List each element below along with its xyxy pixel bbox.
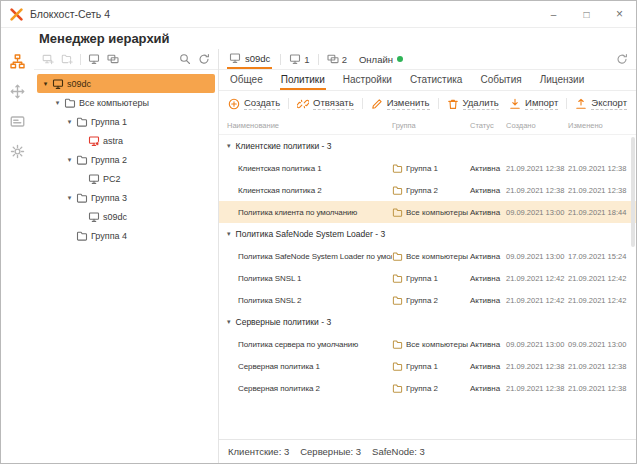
policy-modified: 21.09.2021 12:38	[568, 384, 628, 393]
policy-row[interactable]: Политика SNSL 2Группа 2Активна21.09.2021…	[219, 289, 636, 311]
policy-row[interactable]: Политика сервера по умолчаниюВсе компьют…	[219, 333, 636, 355]
policy-row[interactable]: Клиентская политика 1Группа 1Активна21.0…	[219, 157, 636, 179]
tab-licenses[interactable]: Лицензии	[539, 70, 586, 90]
policy-row[interactable]: Клиентская политика 2Группа 2Активна21.0…	[219, 179, 636, 201]
delete-button[interactable]: Удалить	[447, 97, 499, 110]
add-group-icon[interactable]	[61, 53, 73, 65]
summary-item: Клиентские: 3	[228, 446, 289, 457]
tree-node-label: Группа 1	[91, 117, 127, 127]
minimize-button[interactable]: –	[537, 1, 570, 27]
tree-node[interactable]: ▾Группа 1	[37, 112, 215, 131]
tree-node[interactable]: ▾s09dc	[37, 74, 215, 93]
tree-node[interactable]: PC2	[37, 169, 215, 188]
create-button[interactable]: Создать	[228, 97, 280, 110]
col-header-group[interactable]: Группа	[392, 121, 470, 130]
policy-created: 21.09.2021 12:38	[506, 186, 568, 195]
expand-arrow-icon[interactable]: ▾	[65, 118, 74, 126]
tree-node[interactable]: s09dc	[37, 207, 215, 226]
tree-node-label: Все компьютеры	[79, 98, 149, 108]
policy-created: 21.09.2021 12:42	[506, 296, 568, 305]
policy-row[interactable]: Политика SafeNode System Loader по умолч…	[219, 245, 636, 267]
tree-node-label: astra	[103, 136, 123, 146]
tree-node-label: Группа 2	[91, 155, 127, 165]
refresh-icon[interactable]	[616, 53, 628, 65]
tab-statistics[interactable]: Статистика	[409, 70, 464, 90]
node-bar-separator	[318, 54, 319, 65]
node-tab-s09dc[interactable]: s09dc	[227, 49, 272, 69]
col-header-created[interactable]: Создано	[506, 121, 568, 130]
tree-node-label: PC2	[103, 174, 121, 184]
policy-group-title: Политика SafeNode System Loader - 3	[236, 229, 386, 239]
online-status: Онлайн	[359, 54, 403, 65]
node-tab-label: s09dc	[245, 53, 270, 64]
policy-row[interactable]: Серверная политика 2Группа 2Активна21.09…	[219, 377, 636, 399]
expand-arrow-icon[interactable]: ▾	[53, 99, 62, 107]
policy-created: 21.09.2021 12:38	[506, 362, 568, 371]
export-button[interactable]: Экспорт	[575, 97, 627, 110]
computers-view-icon[interactable]	[88, 53, 100, 65]
window-controls: – □ ×	[537, 1, 636, 27]
groups-view-icon[interactable]	[107, 53, 119, 65]
tree-node[interactable]: ▾Группа 2	[37, 150, 215, 169]
deployment-icon[interactable]	[9, 83, 26, 100]
policy-created: 21.09.2021 12:42	[506, 274, 568, 283]
add-computer-icon[interactable]	[42, 53, 54, 65]
hierarchy-tree: ▾s09dc▾Все компьютеры▾Группа 1astra▾Груп…	[34, 70, 218, 463]
expand-arrow-icon[interactable]: ▾	[41, 80, 50, 88]
policy-row[interactable]: Политика клиента по умолчаниюВсе компьют…	[219, 201, 636, 223]
tree-node[interactable]: Группа 4	[37, 226, 215, 245]
tree-toolbar	[34, 49, 218, 70]
policy-name: Клиентская политика 1	[227, 164, 392, 173]
policy-group-title: Клиентские политики - 3	[236, 141, 332, 151]
hierarchy-manager-icon[interactable]	[9, 53, 26, 70]
licenses-icon[interactable]	[9, 113, 26, 130]
folder-icon	[74, 154, 89, 166]
tab-policies[interactable]: Политики	[280, 70, 326, 90]
col-header-name[interactable]: Наименование	[227, 121, 392, 130]
policy-row[interactable]: Серверная политика 1Группа 1Активна21.09…	[219, 355, 636, 377]
collapse-arrow-icon[interactable]: ▾	[227, 318, 231, 326]
import-button[interactable]: Импорт	[509, 97, 558, 110]
tab-general[interactable]: Общее	[229, 70, 264, 90]
tree-node[interactable]: astra	[37, 131, 215, 150]
policy-group-header[interactable]: ▾Политика SafeNode System Loader - 3	[219, 223, 636, 245]
edit-button[interactable]: Изменить	[371, 97, 430, 110]
maximize-button[interactable]: □	[570, 1, 603, 27]
import-icon	[509, 98, 521, 110]
folder-icon	[392, 295, 403, 306]
clients-count[interactable]: 2	[327, 53, 347, 65]
policy-modified: 17.09.2021 15:24	[568, 252, 628, 261]
collapse-arrow-icon[interactable]: ▾	[227, 230, 231, 238]
folder-icon	[74, 116, 89, 128]
tab-settings[interactable]: Настройки	[342, 70, 393, 90]
collapse-arrow-icon[interactable]: ▾	[227, 142, 231, 150]
policy-created: 21.09.2021 12:38	[506, 384, 568, 393]
action-label: Создать	[244, 97, 280, 110]
policy-status: Активна	[470, 384, 506, 393]
policy-created: 21.09.2021 12:38	[506, 164, 568, 173]
tree-node[interactable]: ▾Группа 3	[37, 188, 215, 207]
servers-count[interactable]: 1	[289, 53, 309, 65]
server-icon	[50, 78, 65, 90]
scrollbar-thumb[interactable]	[631, 137, 635, 247]
tab-events[interactable]: События	[479, 70, 522, 90]
plus-circle-icon	[228, 98, 240, 110]
policy-group: Группа 1	[406, 274, 438, 283]
unbind-button[interactable]: Отвязать	[297, 97, 354, 110]
policy-group-header[interactable]: ▾Серверные политики - 3	[219, 311, 636, 333]
actions-toolbar: СоздатьОтвязатьИзменитьУдалить ИмпортЭкс…	[219, 91, 636, 116]
policy-row[interactable]: Политика SNSL 1Группа 1Активна21.09.2021…	[219, 267, 636, 289]
settings-icon[interactable]	[9, 143, 26, 160]
refresh-icon[interactable]	[198, 53, 210, 65]
expand-arrow-icon[interactable]: ▾	[65, 156, 74, 164]
col-header-status[interactable]: Статус	[470, 121, 506, 130]
computer-icon	[86, 211, 101, 223]
expand-arrow-icon[interactable]: ▾	[65, 194, 74, 202]
titlebar: Блокхост-Сеть 4 – □ ×	[1, 1, 636, 28]
col-header-modified[interactable]: Изменено	[568, 121, 628, 130]
policy-group-header[interactable]: ▾Клиентские политики - 3	[219, 135, 636, 157]
vertical-scrollbar[interactable]	[631, 137, 635, 437]
tree-node[interactable]: ▾Все компьютеры	[37, 93, 215, 112]
search-icon[interactable]	[179, 53, 191, 65]
close-button[interactable]: ×	[603, 1, 636, 27]
